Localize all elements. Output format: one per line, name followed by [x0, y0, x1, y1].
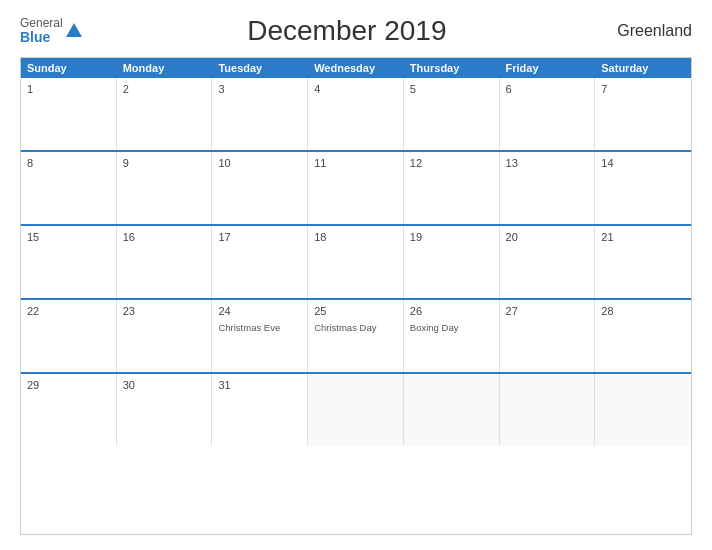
calendar-cell: 22 [21, 300, 117, 372]
day-number: 26 [410, 305, 493, 317]
logo-triangle-icon [66, 23, 82, 37]
day-number: 25 [314, 305, 397, 317]
logo-text: General Blue [20, 17, 63, 46]
header-friday: Friday [500, 58, 596, 78]
calendar-cell: 24Christmas Eve [212, 300, 308, 372]
calendar-week-2: 891011121314 [21, 150, 691, 224]
calendar-cell: 19 [404, 226, 500, 298]
day-number: 30 [123, 379, 206, 391]
day-number: 18 [314, 231, 397, 243]
calendar-cell: 12 [404, 152, 500, 224]
header-wednesday: Wednesday [308, 58, 404, 78]
day-number: 11 [314, 157, 397, 169]
region-label: Greenland [612, 22, 692, 40]
calendar-header: Sunday Monday Tuesday Wednesday Thursday… [21, 58, 691, 78]
calendar-cell: 31 [212, 374, 308, 446]
day-number: 8 [27, 157, 110, 169]
calendar-cell: 29 [21, 374, 117, 446]
calendar-cell: 30 [117, 374, 213, 446]
day-number: 14 [601, 157, 685, 169]
calendar-cell: 5 [404, 78, 500, 150]
calendar-cell: 20 [500, 226, 596, 298]
day-number: 20 [506, 231, 589, 243]
day-number: 13 [506, 157, 589, 169]
calendar-cell: 16 [117, 226, 213, 298]
header-thursday: Thursday [404, 58, 500, 78]
page-title: December 2019 [247, 15, 446, 47]
calendar-cell [595, 374, 691, 446]
day-number: 16 [123, 231, 206, 243]
logo-blue: Blue [20, 30, 63, 45]
day-number: 23 [123, 305, 206, 317]
day-number: 12 [410, 157, 493, 169]
calendar-cell: 17 [212, 226, 308, 298]
calendar-cell: 9 [117, 152, 213, 224]
day-number: 21 [601, 231, 685, 243]
calendar-cell [404, 374, 500, 446]
calendar-cell: 1 [21, 78, 117, 150]
calendar-cell: 23 [117, 300, 213, 372]
calendar-cell: 10 [212, 152, 308, 224]
calendar-cell: 8 [21, 152, 117, 224]
logo: General Blue [20, 17, 82, 46]
calendar-cell: 27 [500, 300, 596, 372]
calendar-week-3: 15161718192021 [21, 224, 691, 298]
day-number: 24 [218, 305, 301, 317]
header: General Blue December 2019 Greenland [20, 15, 692, 47]
day-number: 31 [218, 379, 301, 391]
holiday-label: Boxing Day [410, 322, 493, 333]
calendar-cell: 26Boxing Day [404, 300, 500, 372]
calendar-body: 123456789101112131415161718192021222324C… [21, 78, 691, 446]
calendar-cell [500, 374, 596, 446]
header-saturday: Saturday [595, 58, 691, 78]
day-number: 4 [314, 83, 397, 95]
day-number: 5 [410, 83, 493, 95]
calendar-cell: 2 [117, 78, 213, 150]
calendar-cell [308, 374, 404, 446]
day-number: 3 [218, 83, 301, 95]
day-number: 9 [123, 157, 206, 169]
header-sunday: Sunday [21, 58, 117, 78]
calendar-cell: 11 [308, 152, 404, 224]
day-number: 2 [123, 83, 206, 95]
day-number: 17 [218, 231, 301, 243]
header-monday: Monday [117, 58, 213, 78]
calendar-page: General Blue December 2019 Greenland Sun… [0, 0, 712, 550]
day-number: 27 [506, 305, 589, 317]
calendar-cell: 14 [595, 152, 691, 224]
calendar-cell: 28 [595, 300, 691, 372]
calendar-cell: 6 [500, 78, 596, 150]
day-number: 28 [601, 305, 685, 317]
day-number: 29 [27, 379, 110, 391]
day-number: 6 [506, 83, 589, 95]
calendar-cell: 7 [595, 78, 691, 150]
day-number: 1 [27, 83, 110, 95]
day-number: 15 [27, 231, 110, 243]
calendar-cell: 3 [212, 78, 308, 150]
calendar-cell: 25Christmas Day [308, 300, 404, 372]
holiday-label: Christmas Day [314, 322, 397, 333]
logo-general: General [20, 17, 63, 30]
day-number: 19 [410, 231, 493, 243]
calendar-week-5: 293031 [21, 372, 691, 446]
day-number: 7 [601, 83, 685, 95]
calendar: Sunday Monday Tuesday Wednesday Thursday… [20, 57, 692, 535]
calendar-cell: 21 [595, 226, 691, 298]
calendar-cell: 15 [21, 226, 117, 298]
day-number: 10 [218, 157, 301, 169]
calendar-cell: 13 [500, 152, 596, 224]
holiday-label: Christmas Eve [218, 322, 301, 333]
day-number: 22 [27, 305, 110, 317]
calendar-week-1: 1234567 [21, 78, 691, 150]
calendar-cell: 4 [308, 78, 404, 150]
calendar-week-4: 222324Christmas Eve25Christmas Day26Boxi… [21, 298, 691, 372]
calendar-cell: 18 [308, 226, 404, 298]
header-tuesday: Tuesday [212, 58, 308, 78]
